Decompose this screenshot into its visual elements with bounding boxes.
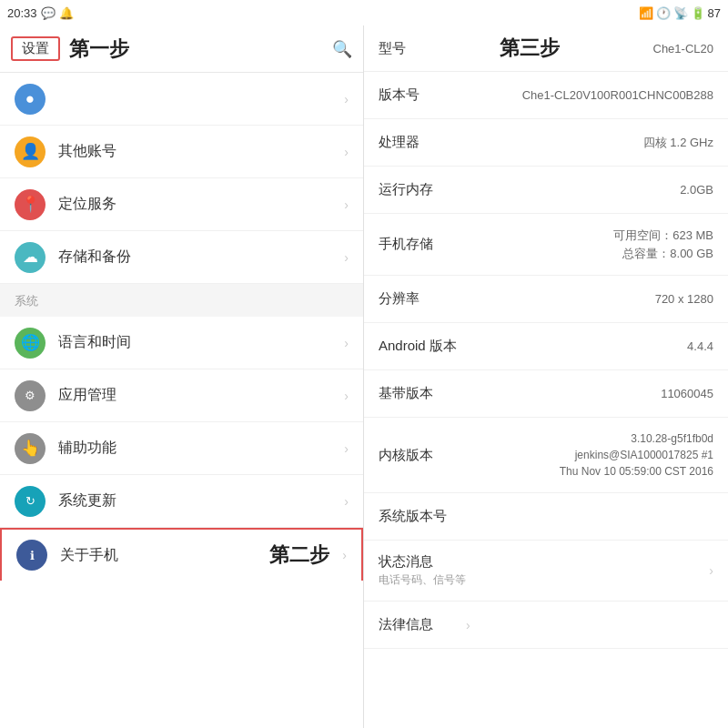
location-label: 定位服务 <box>58 195 331 214</box>
settings-label: 设置 <box>22 40 49 56</box>
row-legal[interactable]: 法律信息 › <box>364 602 728 649</box>
status-bar: 20:33 💬 🔔 📶 🕐 📡 🔋 87 <box>0 0 728 25</box>
clock-icon: 🕐 <box>656 6 671 20</box>
accounts-label: 其他账号 <box>58 142 331 161</box>
ram-value: 2.0GB <box>460 181 713 199</box>
step-two-label: 第二步 <box>262 541 329 569</box>
resolution-value: 720 x 1280 <box>460 290 713 308</box>
model-value: Che1-CL20 <box>653 42 714 56</box>
storage-info-label: 手机存储 <box>379 236 460 253</box>
status-left: 20:33 💬 🔔 <box>7 6 74 20</box>
legal-chevron: › <box>466 618 470 632</box>
version-label: 版本号 <box>379 86 460 104</box>
settings-item-appmanage[interactable]: ⚙ 应用管理 › <box>0 369 363 422</box>
row-ram: 运行内存 2.0GB <box>364 167 728 214</box>
update-chevron: › <box>344 494 349 509</box>
appmanage-icon: ⚙ <box>15 380 46 411</box>
search-icon[interactable]: 🔍 <box>332 39 352 59</box>
status-right: 📶 🕐 📡 🔋 87 <box>639 6 721 20</box>
settings-item-storage[interactable]: ☁ 存储和备份 › <box>0 231 363 284</box>
android-value: 4.4.4 <box>460 338 713 356</box>
chevron-icon: › <box>344 92 349 106</box>
model-label: 型号 <box>379 40 406 57</box>
about-chevron: › <box>342 548 347 562</box>
update-icon: ↻ <box>15 486 46 517</box>
settings-list: ● › 👤 其他账号 › 📍 定位服务 › ☁ 存储和备份 › <box>0 73 363 728</box>
system-section: 系统 <box>0 284 363 317</box>
settings-item-about[interactable]: ℹ 关于手机 第二步 › <box>0 528 363 581</box>
resolution-label: 分辨率 <box>379 290 460 308</box>
baseband-value: 11060045 <box>460 385 713 403</box>
storage-chevron: › <box>344 250 349 265</box>
battery-icon: 🔋 <box>691 6 705 20</box>
version-value: Che1-CL20V100R001CHNC00B288 <box>460 86 713 105</box>
appmanage-label: 应用管理 <box>58 386 331 405</box>
settings-item-update[interactable]: ↻ 系统更新 › <box>0 475 363 528</box>
settings-label-box: 设置 <box>11 36 60 61</box>
sysversion-label: 系统版本号 <box>379 508 460 525</box>
appmanage-chevron: › <box>344 389 349 403</box>
message-icon: 💬 <box>41 6 56 20</box>
location-chevron: › <box>344 197 349 212</box>
update-label: 系统更新 <box>58 491 331 511</box>
ram-label: 运行内存 <box>379 181 460 198</box>
row-android: Android 版本 4.4.4 <box>364 323 728 370</box>
battery-percent: 87 <box>708 6 721 20</box>
row-version: 版本号 Che1-CL20V100R001CHNC00B288 <box>364 72 728 119</box>
storage-icon: ☁ <box>15 242 46 273</box>
kernel-label: 内核版本 <box>379 447 460 464</box>
storage-info-value: 可用空间：623 MB 总容量：8.00 GB <box>460 227 713 262</box>
accounts-chevron: › <box>344 145 349 159</box>
kernel-value: 3.10.28-g5f1fb0d jenkins@SIA1000017825 #… <box>460 430 713 480</box>
system-section-label: 系统 <box>0 286 53 313</box>
storage-label: 存储和备份 <box>58 248 331 267</box>
main-container: 设置 第一步 🔍 ● › 👤 其他账号 › 📍 定位服务 › <box>0 25 728 728</box>
baseband-label: 基带版本 <box>379 385 460 402</box>
step-one-label: 第一步 <box>69 35 323 63</box>
android-label: Android 版本 <box>379 338 460 355</box>
settings-item-accessibility[interactable]: 👆 辅助功能 › <box>0 422 363 475</box>
signal-icon: 📡 <box>673 6 688 20</box>
left-panel: 设置 第一步 🔍 ● › 👤 其他账号 › 📍 定位服务 › <box>0 25 364 728</box>
processor-value: 四核 1.2 GHz <box>460 134 713 152</box>
status-sublabel: 电话号码、信号等 <box>379 572 703 588</box>
processor-label: 处理器 <box>379 134 460 151</box>
accounts-icon: 👤 <box>15 136 46 167</box>
about-icon: ℹ <box>16 540 47 571</box>
settings-item-location[interactable]: 📍 定位服务 › <box>0 178 363 231</box>
accessibility-icon: 👆 <box>15 433 46 464</box>
about-label: 关于手机 <box>60 546 249 565</box>
row-processor: 处理器 四核 1.2 GHz <box>364 119 728 167</box>
language-label: 语言和时间 <box>58 333 331 352</box>
location-icon: 📍 <box>15 189 46 220</box>
settings-item-accounts[interactable]: 👤 其他账号 › <box>0 126 363 178</box>
status-time: 20:33 <box>7 6 37 20</box>
status-chevron: › <box>709 563 713 578</box>
bell-icon: 🔔 <box>59 6 74 20</box>
row-storage: 手机存储 可用空间：623 MB 总容量：8.00 GB <box>364 214 728 276</box>
settings-item-first[interactable]: ● › <box>0 73 363 126</box>
settings-item-language[interactable]: 🌐 语言和时间 › <box>0 317 363 369</box>
row-baseband: 基带版本 11060045 <box>364 370 728 418</box>
language-chevron: › <box>344 336 349 350</box>
row-sysversion: 系统版本号 <box>364 493 728 541</box>
first-icon: ● <box>15 84 46 115</box>
row-kernel: 内核版本 3.10.28-g5f1fb0d jenkins@SIA1000017… <box>364 418 728 493</box>
row-resolution: 分辨率 720 x 1280 <box>364 276 728 323</box>
accessibility-chevron: › <box>344 441 349 456</box>
step-three-label: 第三步 <box>413 35 646 62</box>
right-header: 型号 第三步 Che1-CL20 <box>364 25 728 72</box>
legal-label: 法律信息 <box>379 616 460 633</box>
status-label: 状态消息 <box>379 553 703 571</box>
header: 设置 第一步 🔍 <box>0 25 363 73</box>
language-icon: 🌐 <box>15 328 46 359</box>
right-panel: 型号 第三步 Che1-CL20 版本号 Che1-CL20V100R001CH… <box>364 25 728 728</box>
wifi-icon: 📶 <box>639 6 653 20</box>
accessibility-label: 辅助功能 <box>58 439 331 458</box>
row-status[interactable]: 状态消息 电话号码、信号等 › <box>364 541 728 602</box>
